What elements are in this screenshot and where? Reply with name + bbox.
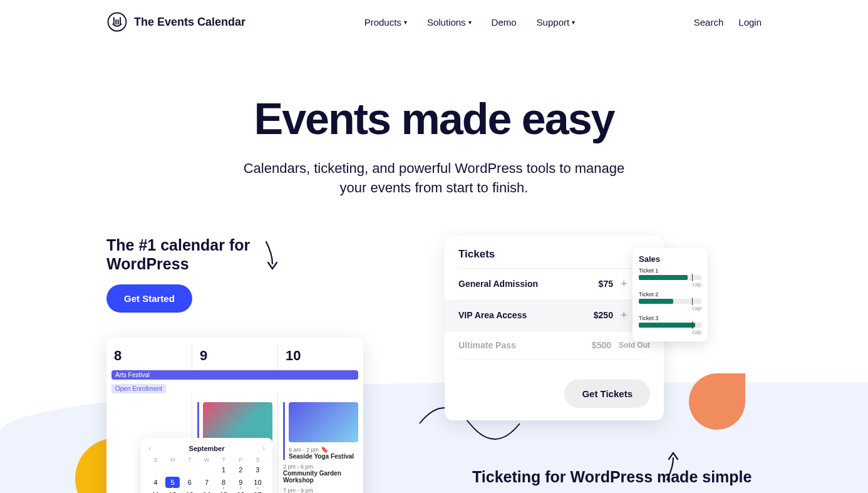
rock-hand-icon	[106, 11, 128, 33]
calendar-day[interactable]: 1	[217, 464, 231, 475]
get-tickets-button[interactable]: Get Tickets	[564, 380, 650, 408]
qty-plus-button[interactable]: +	[621, 309, 628, 322]
calendar-day[interactable]: 16	[234, 489, 248, 493]
calendar-day[interactable]: 9	[234, 477, 248, 488]
nav-solutions[interactable]: Solutions▾	[427, 17, 472, 28]
ticket-price: $250	[594, 310, 613, 320]
chevron-down-icon: ▾	[572, 19, 575, 26]
calendar-day[interactable]: 12	[165, 489, 180, 493]
sold-out-label: Sold Out	[619, 341, 650, 350]
ticket-name: VIP Area Access	[458, 310, 527, 320]
primary-nav: Products▾ Solutions▾ Demo Support▾	[364, 17, 575, 28]
ticket-name: General Admission	[458, 279, 538, 289]
sales-ticket-label: Ticket 3	[639, 315, 701, 321]
calendar-day[interactable]: 3	[251, 464, 265, 475]
event-time: 9 am - 2 pm 🔖	[289, 446, 358, 453]
event-name[interactable]: Seaside Yoga Festival	[289, 453, 358, 460]
site-header: The Events Calendar Products▾ Solutions▾…	[0, 0, 868, 44]
sales-heading: Sales	[639, 254, 701, 264]
calendar-day[interactable]	[148, 464, 163, 475]
search-link[interactable]: Search	[694, 17, 724, 28]
tickets-section: Tickets General Admission $75 +1− VIP Ar…	[445, 236, 762, 493]
ticket-price: $500	[592, 340, 611, 350]
svg-point-0	[108, 13, 127, 31]
event-thumbnail	[203, 402, 272, 442]
cap-label: cap	[639, 305, 701, 311]
chevron-down-icon: ▾	[468, 19, 472, 26]
calendar-section: The #1 calendar for WordPress Get Starte…	[106, 236, 395, 493]
ticket-row: VIP Area Access $250 +2−	[445, 300, 664, 331]
calendar-day[interactable]: 11	[148, 489, 163, 493]
ticket-price: $75	[599, 279, 613, 289]
date-label: 8	[111, 345, 187, 370]
header-right: Search Login	[694, 17, 762, 28]
event-time: 7 pm - 9 pm	[283, 487, 358, 493]
get-started-button[interactable]: Get Started	[106, 284, 192, 313]
sales-ticket-label: Ticket 1	[639, 267, 701, 274]
calendar-day-col: 8	[106, 345, 192, 370]
calendar-day[interactable]: 6	[182, 477, 197, 488]
calendar-day[interactable]: 10	[251, 477, 265, 488]
calendar-day[interactable]: 8	[217, 477, 231, 488]
tickets-card: Tickets General Admission $75 +1− VIP Ar…	[445, 236, 664, 420]
calendar-day[interactable]: 2	[234, 464, 248, 475]
event-bar-enroll[interactable]: Open Enrollment	[111, 384, 166, 393]
orange-decoration	[689, 373, 745, 430]
qty-plus-button[interactable]: +	[621, 278, 628, 291]
dow-label: W	[199, 457, 214, 463]
cap-label: cap	[639, 329, 701, 335]
dow-label: F	[234, 457, 248, 463]
hero: Events made easy Calendars, ticketing, a…	[0, 44, 868, 217]
event-time: 2 pm - 6 pm	[283, 464, 358, 470]
ticketing-tagline: Ticketing for WordPress made simple	[472, 467, 752, 486]
calendar-preview: 8 9 10 Arts Festival Open Enrollment	[106, 338, 376, 493]
next-month-button[interactable]: ›	[262, 444, 265, 453]
dow-label: M	[165, 457, 180, 463]
bookmark-icon: 🔖	[321, 446, 328, 453]
nav-products[interactable]: Products▾	[364, 17, 407, 28]
calendar-day[interactable]: 7	[199, 477, 214, 488]
nav-support[interactable]: Support▾	[537, 17, 576, 28]
sales-ticket-label: Ticket 2	[639, 291, 701, 298]
dow-label: T	[217, 457, 231, 463]
login-link[interactable]: Login	[738, 17, 762, 28]
calendar-day[interactable]: 15	[217, 489, 231, 493]
calendar-day[interactable]: 4	[148, 477, 163, 488]
calendar-day[interactable]	[199, 464, 214, 475]
calendar-day-col: 10	[278, 345, 363, 370]
event-name[interactable]: Community Garden Workshop	[283, 470, 358, 484]
calendar-day[interactable]	[165, 464, 180, 475]
ticket-row: Ultimate Pass $500 Sold Out	[458, 331, 650, 360]
calendar-day-col: 9	[192, 345, 278, 370]
calendar-day[interactable]: 5	[165, 477, 180, 488]
progress-bar	[639, 323, 701, 328]
ticket-row: General Admission $75 +1−	[458, 269, 650, 300]
calendar-day[interactable]	[182, 464, 197, 475]
arrow-down-icon	[263, 239, 282, 273]
month-label: September	[189, 445, 225, 452]
dow-label: T	[182, 457, 197, 463]
calendar-day[interactable]: 14	[199, 489, 214, 493]
dow-label: S	[148, 457, 163, 463]
ticket-name: Ultimate Pass	[458, 340, 516, 350]
sales-card: Sales Ticket 1 cap Ticket 2 cap Ticket 3…	[633, 248, 708, 341]
date-label: 9	[197, 345, 272, 370]
logo[interactable]: The Events Calendar	[106, 11, 245, 33]
calendar-tagline: The #1 calendar for WordPress	[106, 236, 269, 273]
progress-bar	[639, 299, 701, 304]
nav-demo[interactable]: Demo	[492, 17, 517, 28]
chevron-down-icon: ▾	[404, 19, 407, 26]
hero-subtitle: Calendars, ticketing, and powerful WordP…	[234, 159, 634, 198]
progress-bar	[639, 275, 701, 280]
mini-calendar: ‹ September › SMTWTFS1234567891011121314…	[141, 438, 272, 493]
prev-month-button[interactable]: ‹	[148, 444, 151, 453]
calendar-day[interactable]: 13	[182, 489, 197, 493]
date-label: 10	[283, 345, 358, 370]
cap-label: cap	[639, 281, 701, 288]
hero-title: Events made easy	[0, 94, 868, 144]
event-thumbnail	[289, 402, 358, 442]
dow-label: S	[251, 457, 265, 463]
tickets-heading: Tickets	[458, 248, 650, 269]
event-bar-arts[interactable]: Arts Festival	[111, 370, 358, 380]
calendar-day[interactable]: 17	[251, 489, 265, 493]
